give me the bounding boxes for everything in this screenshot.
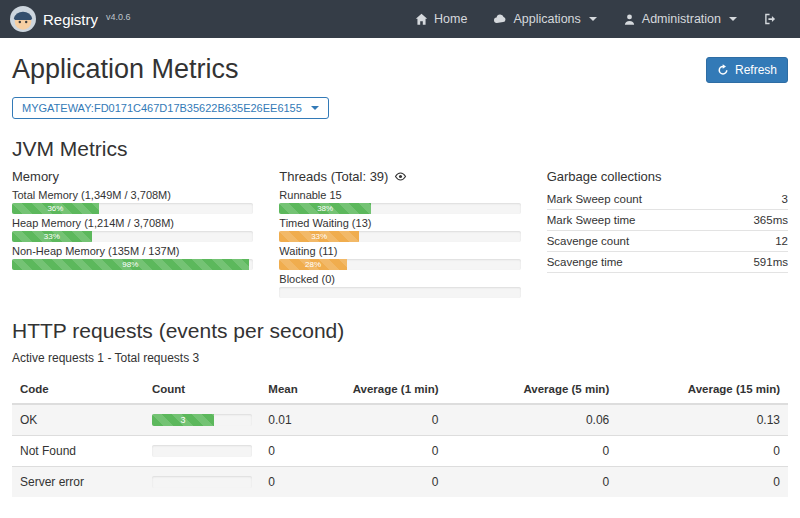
jvm-metrics-title: JVM Metrics <box>12 137 788 161</box>
nav-items: Home Applications Administration <box>402 0 790 38</box>
progress-bar: 36% <box>12 203 99 214</box>
http-avg1-cell: 0 <box>338 436 447 467</box>
gc-value: 365ms <box>753 214 788 226</box>
gc-label: Mark Sweep time <box>547 214 636 226</box>
page-header: Application Metrics Refresh <box>12 54 788 85</box>
memory-group-title: Memory <box>12 169 253 184</box>
nav-home[interactable]: Home <box>402 0 480 38</box>
http-avg5-cell: 0.06 <box>447 404 618 436</box>
http-mean-cell: 0 <box>260 436 338 467</box>
progress-track: 3 <box>152 414 252 426</box>
brand-name: Registry <box>43 11 98 28</box>
progress-track <box>152 445 252 457</box>
metric-label: Blocked (0) <box>279 273 520 285</box>
progress-track <box>152 476 252 488</box>
nav-administration[interactable]: Administration <box>610 0 750 38</box>
jhipster-logo-icon <box>10 6 36 32</box>
progress-bar: 33% <box>279 231 359 242</box>
caret-down-icon <box>589 17 597 21</box>
http-requests-subtitle: Active requests 1 - Total requests 3 <box>12 351 788 365</box>
gc-row: Scavenge count 12 <box>547 231 788 252</box>
gc-value: 12 <box>775 235 788 247</box>
progress-bar: 98% <box>12 259 249 270</box>
http-table-row: Not Found 0 0 0 0 <box>12 436 788 467</box>
metric-label: Runnable 15 <box>279 189 520 201</box>
http-mean-cell: 0.01 <box>260 404 338 436</box>
metric-label: Timed Waiting (13) <box>279 217 520 229</box>
metric-label: Total Memory (1,349M / 3,708M) <box>12 189 253 201</box>
http-avg1-cell: 0 <box>338 467 447 498</box>
http-requests-table: Code Count Mean Average (1 min) Average … <box>12 375 788 497</box>
gc-row: Mark Sweep count 3 <box>547 189 788 210</box>
gc-group-title: Garbage collections <box>547 169 788 189</box>
progress-track: 38% <box>279 203 520 214</box>
metric-label: Waiting (11) <box>279 245 520 257</box>
http-count-cell <box>144 467 260 498</box>
progress-track: 98% <box>12 259 253 270</box>
refresh-icon <box>717 64 729 76</box>
http-avg1-cell: 0 <box>338 404 447 436</box>
col-header-avg15: Average (15 min) <box>617 375 788 404</box>
nav-applications[interactable]: Applications <box>480 0 609 38</box>
eye-icon[interactable] <box>394 170 407 183</box>
progress-bar: 28% <box>279 259 347 270</box>
cloud-icon <box>493 12 507 26</box>
http-count-cell: 3 <box>144 404 260 436</box>
progress-bar: 3 <box>152 414 214 426</box>
sign-out-icon <box>763 12 777 26</box>
page-title: Application Metrics <box>12 54 239 85</box>
gc-column: Garbage collections Mark Sweep count 3 M… <box>547 169 788 301</box>
gc-row: Scavenge time 591ms <box>547 252 788 273</box>
threads-group-title: Threads (Total: 39) <box>279 169 388 184</box>
gc-label: Mark Sweep count <box>547 193 642 205</box>
gc-label: Scavenge count <box>547 235 629 247</box>
http-avg15-cell: 0 <box>617 467 788 498</box>
nav-logout[interactable] <box>750 0 790 38</box>
http-avg5-cell: 0 <box>447 467 618 498</box>
navbar: Registry v4.0.6 Home Applications Admini… <box>0 0 800 38</box>
instance-selector-dropdown[interactable]: MYGATEWAY:FD0171C467D17B35622B635E26EE61… <box>12 97 329 119</box>
http-requests-title: HTTP requests (events per second) <box>12 319 788 343</box>
memory-column: Memory Total Memory (1,349M / 3,708M) 36… <box>12 169 253 301</box>
gc-label: Scavenge time <box>547 256 623 268</box>
main-content: Application Metrics Refresh MYGATEWAY:FD… <box>0 38 800 518</box>
http-avg15-cell: 0.13 <box>617 404 788 436</box>
http-avg15-cell: 0 <box>617 436 788 467</box>
col-header-avg1: Average (1 min) <box>338 375 447 404</box>
caret-down-icon <box>311 106 319 110</box>
progress-track: 33% <box>279 231 520 242</box>
caret-down-icon <box>729 17 737 21</box>
brand[interactable]: Registry v4.0.6 <box>10 6 131 32</box>
http-table-row: Server error 0 0 0 0 <box>12 467 788 498</box>
user-icon <box>623 13 636 26</box>
progress-track: 33% <box>12 231 253 242</box>
refresh-button[interactable]: Refresh <box>706 57 788 83</box>
threads-column: Threads (Total: 39) Runnable 15 38% Time… <box>279 169 520 301</box>
refresh-button-label: Refresh <box>735 63 777 77</box>
http-count-cell <box>144 436 260 467</box>
home-icon <box>415 13 428 26</box>
progress-bar: 38% <box>279 203 371 214</box>
nav-home-label: Home <box>434 12 467 26</box>
col-header-avg5: Average (5 min) <box>447 375 618 404</box>
metric-label: Heap Memory (1,214M / 3,708M) <box>12 217 253 229</box>
http-table-header-row: Code Count Mean Average (1 min) Average … <box>12 375 788 404</box>
http-mean-cell: 0 <box>260 467 338 498</box>
col-header-count: Count <box>144 375 260 404</box>
jvm-metrics-columns: Memory Total Memory (1,349M / 3,708M) 36… <box>12 169 788 301</box>
progress-track: 28% <box>279 259 520 270</box>
progress-bar: 33% <box>12 231 92 242</box>
instance-selector-label: MYGATEWAY:FD0171C467D17B35622B635E26EE61… <box>22 102 302 114</box>
brand-version: v4.0.6 <box>106 12 131 22</box>
http-avg5-cell: 0 <box>447 436 618 467</box>
gc-value: 3 <box>782 193 788 205</box>
progress-track: 36% <box>12 203 253 214</box>
col-header-code: Code <box>12 375 144 404</box>
metric-label: Non-Heap Memory (135M / 137M) <box>12 245 253 257</box>
http-code-cell: OK <box>12 404 144 436</box>
col-header-mean: Mean <box>260 375 338 404</box>
nav-administration-label: Administration <box>642 12 721 26</box>
gc-row: Mark Sweep time 365ms <box>547 210 788 231</box>
http-code-cell: Server error <box>12 467 144 498</box>
gc-value: 591ms <box>753 256 788 268</box>
